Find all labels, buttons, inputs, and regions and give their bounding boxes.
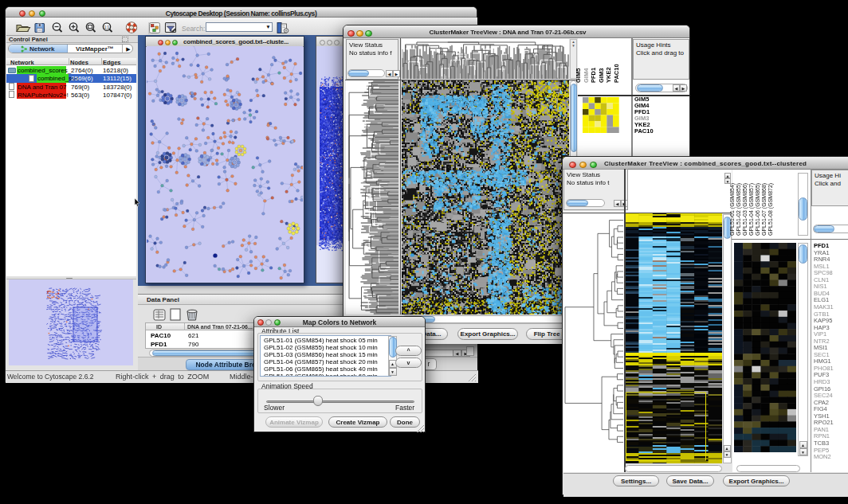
svg-text:1:1: 1:1 (104, 25, 110, 29)
